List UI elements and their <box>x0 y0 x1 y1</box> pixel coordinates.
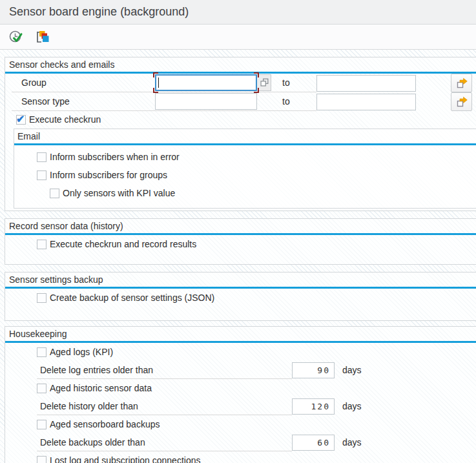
only-kpi-label: Only sensors with KPI value <box>63 188 175 198</box>
delete-backups-row: Delete backups older than days <box>37 433 476 451</box>
record-results-label: Execute checkrun and record results <box>50 239 196 249</box>
group-to-label: to <box>271 74 316 92</box>
delete-log-entries-input[interactable] <box>292 362 335 378</box>
inform-error-checkbox[interactable] <box>37 152 47 162</box>
section-title: Record sensor data (history) <box>5 219 476 233</box>
sensor-type-to-input[interactable] <box>316 94 416 110</box>
inform-groups-checkbox[interactable] <box>37 170 47 180</box>
create-backup-row: Create backup of sensor settings (JSON) <box>37 289 476 307</box>
section-title: Sensor checks and emails <box>5 57 476 72</box>
create-backup-label: Create backup of sensor settings (JSON) <box>50 293 214 303</box>
section-email: Email Inform subscribers when in error I… <box>14 129 476 209</box>
aged-backups-row: Aged sensorboard backups <box>37 415 476 433</box>
delete-log-entries-row: Delete log entries older than days <box>37 361 476 379</box>
section-settings-backup: Sensor settings backup Create backup of … <box>5 272 476 321</box>
get-variant-squares-icon <box>34 29 50 45</box>
sensor-type-multi-select-button[interactable] <box>451 92 472 111</box>
multi-select-icon <box>455 77 468 90</box>
section-title: Sensor settings backup <box>5 273 476 287</box>
delete-backups-label: Delete backups older than <box>37 433 292 451</box>
execute-checkrun-checkbox[interactable] <box>16 115 26 125</box>
aged-history-label: Aged historic sensor data <box>50 383 152 393</box>
selection-screen: Sensor checks and emails Group <box>0 50 476 463</box>
aged-history-checkbox[interactable] <box>37 384 47 393</box>
lost-connections-row: Lost log and subscription connections <box>37 451 476 463</box>
execute-checkrun-row: Execute checkrun <box>16 111 476 128</box>
days-unit-label: days <box>342 365 362 375</box>
delete-history-label: Delete history older than <box>37 397 292 415</box>
section-title: Email <box>14 129 476 143</box>
group-label: Group <box>12 74 155 92</box>
delete-history-input[interactable] <box>292 398 335 415</box>
days-unit-label: days <box>342 401 362 411</box>
delete-backups-input[interactable] <box>292 435 335 451</box>
multi-select-icon <box>455 96 468 108</box>
create-backup-checkbox[interactable] <box>37 293 47 303</box>
aged-backups-checkbox[interactable] <box>37 420 47 429</box>
application-toolbar <box>0 25 476 50</box>
sensor-type-label: Sensor type <box>12 92 155 111</box>
window-title-bar: Sensor board engine (background) <box>0 0 476 25</box>
inform-groups-label: Inform subscribers for groups <box>50 170 167 180</box>
get-variant-button[interactable] <box>34 28 50 45</box>
only-kpi-checkbox[interactable] <box>50 189 59 198</box>
group-multi-select-button[interactable] <box>451 74 472 92</box>
record-results-checkbox[interactable] <box>37 240 47 249</box>
page-title: Sensor board engine (background) <box>9 5 189 19</box>
section-sensor-checks: Sensor checks and emails Group <box>5 57 476 211</box>
inform-groups-row: Inform subscribers for groups <box>37 166 476 184</box>
record-results-row: Execute checkrun and record results <box>37 235 476 253</box>
aged-history-row: Aged historic sensor data <box>37 379 476 397</box>
group-to-input[interactable] <box>316 75 416 92</box>
inform-error-row: Inform subscribers when in error <box>37 148 476 166</box>
only-kpi-row: Only sensors with KPI value <box>50 184 476 202</box>
sensor-type-to-label: to <box>271 92 316 111</box>
section-title: Housekeeping <box>5 327 476 341</box>
group-row: Group to <box>12 74 476 92</box>
text-caret <box>158 77 159 88</box>
aged-logs-label: Aged logs (KPI) <box>50 347 113 357</box>
sensor-type-from-input[interactable] <box>155 93 257 110</box>
section-housekeeping: Housekeeping Aged logs (KPI) Delete log … <box>5 326 476 463</box>
lost-connections-checkbox[interactable] <box>37 456 47 463</box>
group-from-input[interactable] <box>155 74 257 91</box>
value-help-button[interactable] <box>257 74 271 91</box>
execute-checkrun-label: Execute checkrun <box>29 114 101 125</box>
days-unit-label: days <box>342 437 362 448</box>
lost-connections-label: Lost log and subscription connections <box>50 455 200 463</box>
execute-clock-check-icon <box>8 30 23 45</box>
delete-log-entries-label: Delete log entries older than <box>37 361 292 379</box>
value-help-icon <box>258 77 270 88</box>
aged-backups-label: Aged sensorboard backups <box>50 419 160 429</box>
sap-window: Sensor board engine (background) Sensor … <box>0 0 476 463</box>
aged-logs-checkbox[interactable] <box>37 347 47 357</box>
inform-error-label: Inform subscribers when in error <box>50 152 180 162</box>
aged-logs-row: Aged logs (KPI) <box>37 343 476 361</box>
sensor-type-row: Sensor type to <box>12 92 476 111</box>
delete-history-row: Delete history older than days <box>37 397 476 415</box>
section-record-history: Record sensor data (history) Execute che… <box>5 218 476 265</box>
execute-button[interactable] <box>8 29 24 45</box>
